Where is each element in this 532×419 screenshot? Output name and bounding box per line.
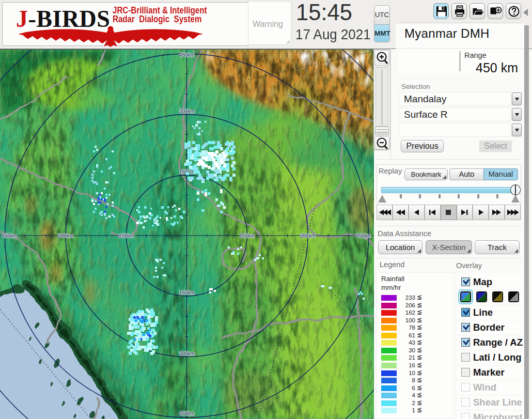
svg-text:150km: 150km (179, 290, 194, 296)
svg-text:300km: 300km (300, 233, 316, 239)
svg-text:300km: 300km (179, 108, 194, 114)
svg-text:150km: 150km (118, 233, 134, 239)
svg-text:300km: 300km (58, 233, 73, 239)
svg-text:300km: 300km (179, 351, 194, 356)
svg-text:450km: 450km (2, 233, 17, 239)
svg-text:450km: 450km (356, 233, 371, 239)
svg-text:450km: 450km (179, 411, 194, 416)
svg-text:450km: 450km (179, 52, 194, 58)
svg-text:150km: 150km (239, 233, 255, 239)
